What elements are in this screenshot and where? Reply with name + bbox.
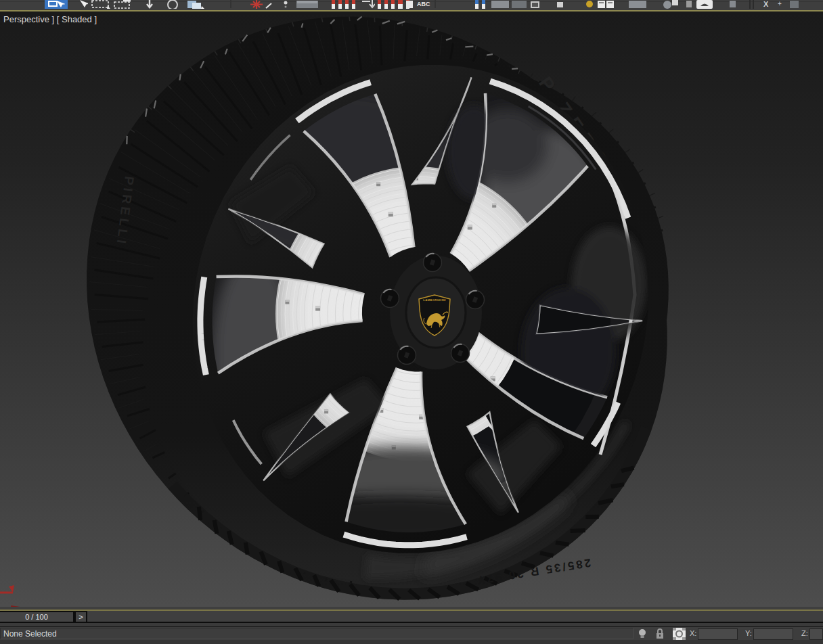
svg-text:LAMBORGHINI: LAMBORGHINI (423, 298, 445, 302)
